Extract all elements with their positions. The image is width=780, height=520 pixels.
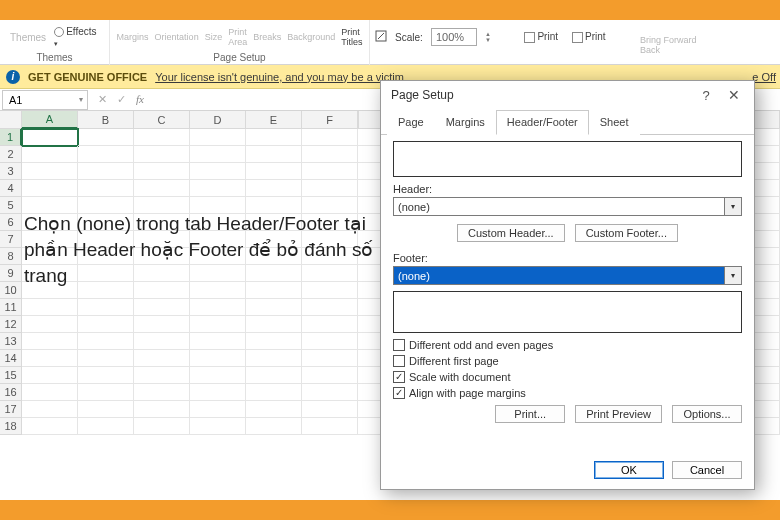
cell[interactable]: [302, 384, 358, 401]
ribbon-size[interactable]: Size: [205, 32, 223, 42]
cell[interactable]: [246, 384, 302, 401]
row-header[interactable]: 7: [0, 231, 22, 248]
row-header[interactable]: 9: [0, 265, 22, 282]
cell[interactable]: [190, 316, 246, 333]
scale-spinner[interactable]: ▲▼: [485, 31, 495, 43]
tab-margins[interactable]: Margins: [435, 110, 496, 135]
cell[interactable]: [302, 180, 358, 197]
print-button[interactable]: Print...: [495, 405, 565, 423]
cell[interactable]: [22, 384, 78, 401]
cell[interactable]: [190, 367, 246, 384]
cell[interactable]: [78, 146, 134, 163]
row-header[interactable]: 15: [0, 367, 22, 384]
row-header[interactable]: 18: [0, 418, 22, 435]
ribbon-print-area[interactable]: Print Area: [228, 27, 247, 47]
cell[interactable]: [302, 367, 358, 384]
col-header[interactable]: A: [22, 111, 78, 129]
cell[interactable]: [246, 333, 302, 350]
chevron-down-icon[interactable]: ▾: [725, 266, 742, 285]
cell[interactable]: [78, 367, 134, 384]
cell[interactable]: [134, 367, 190, 384]
cancel-button[interactable]: Cancel: [672, 461, 742, 479]
cell[interactable]: [78, 350, 134, 367]
cell[interactable]: [22, 146, 78, 163]
cell[interactable]: [22, 299, 78, 316]
cell[interactable]: [78, 418, 134, 435]
col-header[interactable]: F: [302, 111, 358, 129]
cell[interactable]: [190, 384, 246, 401]
cell[interactable]: [78, 129, 134, 146]
cell[interactable]: [134, 401, 190, 418]
ribbon-bring[interactable]: Bring Forward: [640, 35, 697, 45]
name-box[interactable]: A1▾: [2, 90, 88, 110]
cell[interactable]: [246, 418, 302, 435]
col-header[interactable]: B: [78, 111, 134, 129]
chk-different-first[interactable]: Different first page: [393, 355, 742, 367]
footer-combo[interactable]: (none) ▾: [393, 266, 742, 285]
row-header[interactable]: 3: [0, 163, 22, 180]
cell[interactable]: [246, 129, 302, 146]
cell[interactable]: [190, 333, 246, 350]
cell[interactable]: [134, 350, 190, 367]
cell[interactable]: [190, 129, 246, 146]
cell[interactable]: [22, 367, 78, 384]
cell[interactable]: [190, 350, 246, 367]
col-header[interactable]: E: [246, 111, 302, 129]
cell[interactable]: [190, 418, 246, 435]
cell[interactable]: [246, 299, 302, 316]
cell[interactable]: [190, 401, 246, 418]
cell[interactable]: [22, 163, 78, 180]
cell[interactable]: [134, 384, 190, 401]
cell[interactable]: [302, 350, 358, 367]
col-header[interactable]: D: [190, 111, 246, 129]
cell[interactable]: [190, 299, 246, 316]
row-header[interactable]: 13: [0, 333, 22, 350]
row-header[interactable]: 8: [0, 248, 22, 265]
row-header[interactable]: 5: [0, 197, 22, 214]
cell[interactable]: [22, 316, 78, 333]
custom-header-button[interactable]: Custom Header...: [457, 224, 565, 242]
row-header[interactable]: 4: [0, 180, 22, 197]
ribbon-orientation[interactable]: Orientation: [155, 32, 199, 42]
close-icon[interactable]: ✕: [720, 87, 748, 103]
tab-sheet[interactable]: Sheet: [589, 110, 640, 135]
tab-page[interactable]: Page: [387, 110, 435, 135]
cell[interactable]: [190, 146, 246, 163]
cell[interactable]: [134, 146, 190, 163]
row-header[interactable]: 11: [0, 299, 22, 316]
cell[interactable]: [22, 180, 78, 197]
cell[interactable]: [302, 418, 358, 435]
cell[interactable]: [78, 333, 134, 350]
cell[interactable]: [134, 129, 190, 146]
options-button[interactable]: Options...: [672, 405, 742, 423]
ribbon-print-titles[interactable]: Print Titles: [341, 27, 362, 47]
cell[interactable]: [78, 299, 134, 316]
dialog-titlebar[interactable]: Page Setup ? ✕: [381, 81, 754, 109]
row-header[interactable]: 1: [0, 129, 22, 146]
cell[interactable]: [78, 384, 134, 401]
warning-tail[interactable]: e Off: [752, 71, 776, 83]
print-headings[interactable]: Print: [572, 31, 606, 43]
cell[interactable]: [302, 146, 358, 163]
cell[interactable]: [22, 129, 78, 146]
ribbon-background[interactable]: Background: [287, 32, 335, 42]
chk-scale-with-document[interactable]: ✓Scale with document: [393, 371, 742, 383]
cell[interactable]: [78, 163, 134, 180]
cancel-icon[interactable]: ✕: [98, 93, 107, 106]
custom-footer-button[interactable]: Custom Footer...: [575, 224, 678, 242]
cell[interactable]: [246, 316, 302, 333]
cell[interactable]: [78, 401, 134, 418]
cell[interactable]: [134, 163, 190, 180]
cell[interactable]: [134, 316, 190, 333]
print-gridlines[interactable]: Print: [524, 31, 558, 43]
cell[interactable]: [190, 180, 246, 197]
row-header[interactable]: 10: [0, 282, 22, 299]
chk-align-with-margins[interactable]: ✓Align with page margins: [393, 387, 742, 399]
tab-header-footer[interactable]: Header/Footer: [496, 110, 589, 135]
fx-icon[interactable]: fx: [136, 93, 144, 106]
cell[interactable]: [302, 163, 358, 180]
cell[interactable]: [302, 333, 358, 350]
ribbon-back[interactable]: Back: [640, 45, 660, 55]
cell[interactable]: [78, 316, 134, 333]
print-preview-button[interactable]: Print Preview: [575, 405, 662, 423]
